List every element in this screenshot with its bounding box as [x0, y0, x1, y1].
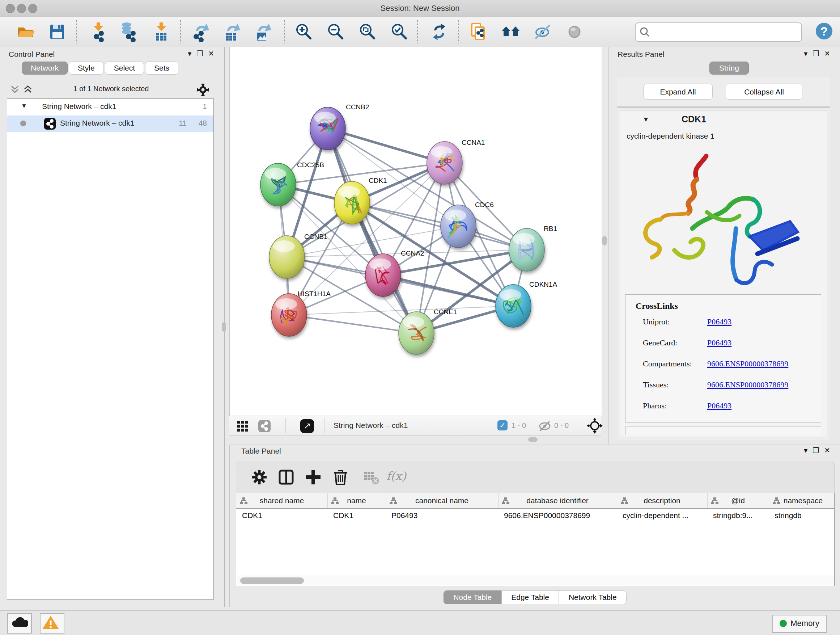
network-edge-CDK1-RB1[interactable] [352, 203, 527, 250]
table-header-cell[interactable]: description [617, 493, 707, 508]
zoom-out-icon[interactable] [325, 22, 346, 42]
network-node-label-CCNA1: CCNA1 [462, 139, 485, 146]
select-columns-icon[interactable] [276, 467, 296, 487]
panel-close-icon[interactable]: ✕ [824, 447, 835, 454]
add-column-icon[interactable] [303, 467, 324, 487]
panel-close-icon[interactable]: ✕ [208, 50, 219, 57]
network-node-CDKN1A[interactable] [496, 285, 531, 327]
tab-edge-table[interactable]: Edge Table [501, 591, 559, 604]
collection-expand-icon[interactable]: ▼ [21, 103, 27, 110]
panel-menu-icon[interactable]: ▾ [804, 50, 813, 57]
zoom-selected-icon[interactable] [389, 22, 409, 42]
tab-select[interactable]: Select [105, 62, 144, 74]
network-edge-HIST1H1A-CCNE1[interactable] [289, 315, 416, 333]
panel-menu-icon[interactable]: ▾ [804, 447, 813, 454]
network-node-CDK1[interactable] [334, 181, 370, 224]
tab-network-table[interactable]: Network Table [559, 591, 627, 604]
selected-nodes-checkbox-icon[interactable]: ✓ [497, 420, 508, 431]
left-splitter-handle[interactable] [222, 322, 226, 332]
network-edge-CCNB2-CCNE1[interactable] [328, 128, 416, 333]
collapse-all-button[interactable]: Collapse All [726, 84, 802, 100]
network-node-CDC6[interactable] [441, 205, 476, 248]
crosslink-link[interactable]: P06493 [707, 401, 731, 410]
status-bar: Memory [0, 610, 840, 635]
help-icon[interactable]: ? [814, 21, 834, 41]
table-row[interactable]: CDK1CDK1P064939606.ENSP00000378699cyclin… [236, 508, 835, 523]
network-options-gear-icon[interactable] [197, 84, 209, 96]
export-image-icon[interactable] [253, 22, 273, 42]
horizontal-splitter-handle[interactable] [528, 437, 538, 442]
results-content-box: ▼ CDK1 cyclin-dependent kinase 1 [617, 107, 830, 440]
panel-close-icon[interactable]: ✕ [824, 50, 835, 57]
table-header-cell[interactable]: namespace [769, 493, 835, 508]
crosslink-link[interactable]: 9606.ENSP00000378699 [707, 359, 788, 369]
save-session-icon[interactable] [47, 22, 67, 42]
tab-style[interactable]: Style [69, 62, 104, 74]
export-network-icon[interactable] [190, 22, 210, 42]
table-header-cell[interactable]: database identifier [498, 493, 617, 508]
zoom-fit-icon[interactable] [357, 22, 378, 42]
right-splitter-handle[interactable] [602, 236, 607, 245]
open-session-icon[interactable] [15, 22, 35, 42]
duplicate-network-icon[interactable] [468, 22, 488, 42]
network-node-CCNE1[interactable] [399, 312, 434, 355]
network-graph[interactable]: CCNB2CCNA1CDC25BCDK1CDC6RB1CCNB1CCNA2CDK… [230, 47, 602, 416]
network-node-CCNA1[interactable] [427, 141, 462, 184]
warning-status-button[interactable] [40, 613, 65, 633]
scrollbar-thumb[interactable] [240, 578, 304, 584]
tab-string[interactable]: String [709, 62, 749, 74]
panel-float-icon[interactable]: ❐ [196, 50, 208, 57]
table-settings-gear-icon[interactable] [249, 467, 270, 487]
panel-menu-icon[interactable]: ▾ [188, 50, 196, 57]
tab-network[interactable]: Network [22, 62, 68, 74]
crosslink-link[interactable]: P06493 [707, 338, 731, 348]
network-share-icon[interactable] [258, 420, 271, 432]
export-table-icon[interactable] [221, 22, 242, 42]
apply-function-icon[interactable]: f(x) [386, 469, 406, 483]
delete-table-icon[interactable] [361, 467, 381, 487]
import-table-file-icon[interactable] [151, 22, 172, 42]
crosslink-link[interactable]: P06493 [707, 317, 731, 326]
table-header-cell[interactable]: @id [707, 493, 769, 508]
memory-button[interactable]: Memory [772, 615, 827, 633]
import-network-file-icon[interactable] [88, 22, 109, 42]
network-node-CCNA2[interactable] [365, 254, 401, 296]
gene-card-header[interactable]: ▼ CDK1 [620, 111, 827, 128]
open-in-new-window-icon[interactable]: ↗ [300, 419, 314, 433]
import-network-database-icon[interactable] [118, 22, 139, 42]
search-input[interactable] [654, 25, 797, 39]
hide-selected-icon[interactable] [532, 22, 553, 42]
delete-column-icon[interactable] [330, 467, 351, 487]
table-header-cell[interactable]: name [327, 493, 386, 508]
table-cell: 9606.ENSP00000378699 [498, 508, 617, 523]
panel-float-icon[interactable]: ❐ [813, 447, 824, 454]
hidden-count: 0 - 0 [554, 421, 569, 430]
network-row[interactable]: String Network – cdk1 11 48 [7, 116, 213, 132]
panel-float-icon[interactable]: ❐ [813, 50, 824, 57]
network-canvas[interactable]: CCNB2CCNA1CDC25BCDK1CDC6RB1CCNB1CCNA2CDK… [229, 47, 602, 416]
show-all-icon[interactable] [564, 22, 584, 42]
refresh-view-icon[interactable] [429, 22, 449, 42]
network-node-RB1[interactable] [509, 228, 545, 271]
selection-status: 1 of 1 Network selected [7, 85, 215, 93]
network-label: String Network – cdk1 [60, 119, 134, 127]
network-node-CDC25B[interactable] [261, 163, 296, 206]
network-node-CCNB2[interactable] [310, 107, 346, 150]
network-collection-row[interactable]: ▼ String Network – cdk1 1 [7, 99, 213, 116]
birdseye-view-icon[interactable] [587, 418, 603, 434]
tab-node-table[interactable]: Node Table [444, 591, 501, 604]
tab-sets[interactable]: Sets [145, 62, 178, 74]
first-neighbors-icon[interactable] [501, 22, 521, 42]
crosslink-link[interactable]: 9606.ENSP00000378699 [707, 380, 788, 390]
show-grid-icon[interactable] [237, 421, 248, 432]
network-node-HIST1H1A[interactable] [271, 294, 307, 336]
table-header-cell[interactable]: shared name [236, 493, 328, 508]
control-panel-window-icons: ▾❐✕ [188, 49, 219, 58]
table-header-cell[interactable]: canonical name [386, 493, 499, 508]
network-node-CCNB1[interactable] [269, 236, 305, 279]
network-edge-CCNB2-CCNA1[interactable] [328, 128, 445, 163]
cloud-status-button[interactable] [7, 613, 32, 633]
gene-collapse-icon[interactable]: ▼ [643, 116, 649, 124]
zoom-in-icon[interactable] [294, 22, 314, 42]
expand-all-button[interactable]: Expand All [643, 84, 713, 100]
